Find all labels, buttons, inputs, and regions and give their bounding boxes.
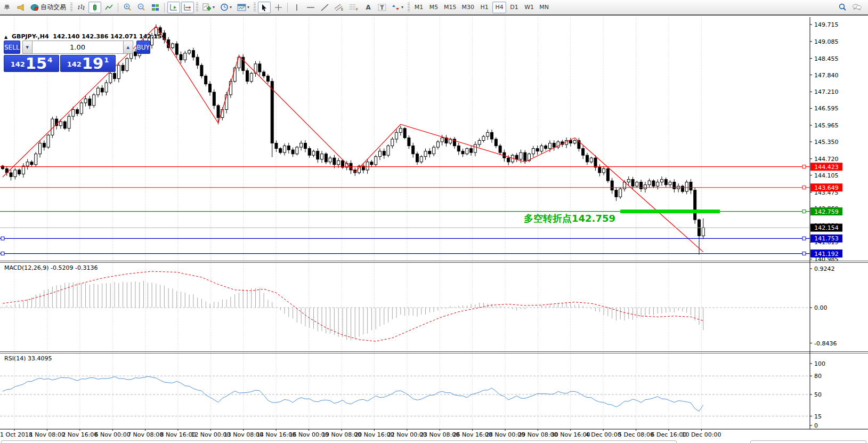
svg-text:T: T [380, 5, 384, 11]
toolbar-drag-handle[interactable] [196, 3, 198, 12]
chat-button[interactable] [850, 2, 864, 13]
hline-141.753[interactable] [0, 237, 810, 240]
line-chart-button[interactable] [102, 2, 115, 13]
horizontal-line-button[interactable] [304, 2, 317, 13]
one-click-trade-panel: SELL ▼ ▲ BUY 142 15 4 142 19 1 [4, 41, 116, 73]
autoscroll-button[interactable] [167, 2, 180, 13]
tab-timeframe-m1[interactable]: M1 [412, 2, 426, 13]
tab-timeframe-m5[interactable]: M5 [427, 2, 441, 13]
tab-timeframe-d1[interactable]: D1 [507, 2, 521, 13]
toolbar-drag-handle[interactable] [254, 3, 256, 12]
text-label-icon: T [378, 4, 386, 11]
sell-price-button[interactable]: 142 15 4 [4, 55, 59, 72]
volume-decrease-button[interactable]: ▼ [22, 41, 33, 54]
cursor-button[interactable] [258, 2, 271, 13]
svg-text:141.753: 141.753 [814, 235, 839, 242]
text-label-button[interactable]: T [376, 2, 388, 13]
arrows-button[interactable]: ▾ [390, 2, 405, 13]
svg-text:141.192: 141.192 [814, 251, 839, 257]
tab-timeframe-m15[interactable]: M15 [442, 2, 459, 13]
crosshair-icon [274, 4, 282, 11]
periods-clock-icon [220, 3, 229, 11]
price-badge-142.759: 142.759 [810, 207, 842, 215]
volume-increase-button[interactable]: ▲ [123, 41, 133, 54]
chart-shift-button[interactable] [181, 2, 194, 13]
text-a-icon: A [366, 4, 370, 11]
svg-text:6 Nov 00:00: 6 Nov 00:00 [95, 431, 131, 438]
symbol-bar: ▲ GBPJPY-,H4 142.140 142.386 142.071 142… [4, 33, 166, 40]
chat-icon [852, 3, 862, 11]
svg-text:149.085: 149.085 [814, 38, 839, 45]
svg-text:F: F [356, 7, 358, 11]
svg-text:148.455: 148.455 [814, 55, 839, 62]
svg-text:2 Nov 16:00: 2 Nov 16:00 [62, 431, 98, 438]
tab-timeframe-m30[interactable]: M30 [460, 2, 477, 13]
svg-text:144.105: 144.105 [814, 172, 839, 179]
svg-text:0.9242: 0.9242 [814, 265, 835, 272]
collapse-triangle-icon[interactable]: ▲ [4, 35, 7, 39]
alert-horn-button[interactable] [14, 2, 27, 13]
new-order-button[interactable]: 单 [1, 2, 13, 13]
highlight-trendline[interactable] [620, 210, 720, 213]
indicators-button[interactable]: ▾ [200, 2, 217, 13]
autotrading-button[interactable]: 自动交易 [28, 2, 68, 13]
bar-chart-icon [77, 4, 85, 11]
search-button[interactable] [836, 2, 849, 13]
hline-141.192[interactable] [0, 252, 810, 255]
svg-text:1 Nov 08:00: 1 Nov 08:00 [29, 431, 65, 438]
svg-text:142.759: 142.759 [814, 208, 839, 215]
svg-text:146.595: 146.595 [814, 105, 839, 112]
arrows-icon [392, 4, 400, 11]
volume-input[interactable] [33, 41, 123, 54]
vertical-line-icon [295, 4, 299, 11]
macd-label: MACD(12,26,9) -0.5209 -0.3136 [4, 264, 98, 271]
candlestick-icon [91, 4, 99, 11]
hline-144.423[interactable] [0, 165, 810, 168]
zoom-out-button[interactable] [135, 2, 148, 13]
svg-text:147.840: 147.840 [814, 72, 839, 79]
autotrading-label: 自动交易 [40, 3, 66, 12]
indicators-icon [202, 3, 212, 11]
tab-timeframe-w1[interactable]: W1 [522, 2, 536, 13]
turning-point-annotation[interactable]: 多空转折点142.759 [524, 213, 615, 224]
hline-143.649[interactable] [0, 186, 810, 189]
trendline-button[interactable] [318, 2, 331, 13]
sell-price-sup: 4 [47, 56, 52, 64]
tab-timeframe-mn[interactable]: MN [537, 2, 551, 13]
trendline-icon [321, 4, 329, 11]
symbol-ohlc: 142.140 142.386 142.071 142.154 [53, 33, 166, 40]
chevron-down-icon: ▾ [230, 5, 232, 10]
crosshair-button[interactable] [272, 2, 285, 13]
tile-windows-button[interactable] [149, 2, 161, 13]
buy-price-prefix: 142 [67, 60, 82, 68]
toolbar-drag-handle[interactable] [70, 3, 72, 12]
svg-text:4 Dec 00:00: 4 Dec 00:00 [586, 431, 621, 438]
tile-windows-icon [151, 4, 159, 11]
buy-button[interactable]: BUY [136, 41, 150, 54]
periods-button[interactable]: ▾ [218, 2, 234, 13]
equidistant-channel-button[interactable]: E [332, 2, 346, 13]
fibonacci-button[interactable]: F [347, 2, 361, 13]
rsi-label: RSI(14) 33.4095 [4, 355, 52, 362]
buy-price-button[interactable]: 142 19 1 [60, 55, 116, 72]
zoom-out-icon [137, 3, 145, 11]
search-icon [838, 3, 847, 11]
price-chart-canvas[interactable]: 多空转折点142.759149.715149.085148.455147.840… [0, 15, 868, 443]
tab-timeframe-h1[interactable]: H1 [477, 2, 491, 13]
svg-text:15: 15 [814, 413, 822, 420]
tab-timeframe-h4[interactable]: H4 [492, 2, 506, 13]
bar-chart-button[interactable] [75, 2, 87, 13]
toolbar-drag-handle[interactable] [408, 3, 410, 12]
status-box [750, 440, 866, 443]
sell-button[interactable]: SELL [4, 41, 20, 54]
templates-button[interactable]: ▾ [235, 2, 252, 13]
text-button[interactable]: A [362, 2, 375, 13]
vertical-line-button[interactable] [290, 2, 303, 13]
svg-text:7 Nov 08:00: 7 Nov 08:00 [127, 431, 163, 438]
svg-text:0: 0 [814, 422, 818, 429]
zoom-in-button[interactable] [121, 2, 134, 13]
autoscroll-icon [169, 4, 178, 11]
price-badge-143.649: 143.649 [810, 183, 842, 191]
time-axis[interactable]: 31 Oct 20181 Nov 08:002 Nov 16:006 Nov 0… [0, 429, 721, 438]
candlestick-chart-button[interactable] [88, 2, 101, 13]
